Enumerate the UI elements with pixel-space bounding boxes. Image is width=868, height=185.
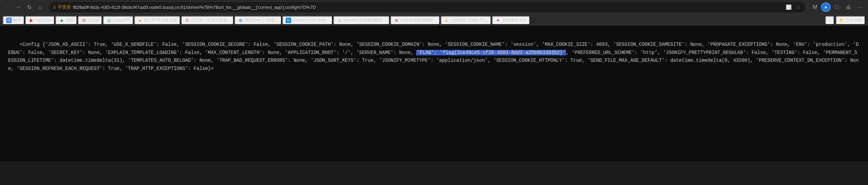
navigation-bar: ← → ↻ ⌂ ⚠ 不安全 f829a0ff-8d3c-43f3-812f-39… xyxy=(0,0,868,14)
gmail-favicon: M xyxy=(81,18,87,23)
jiao-label: [~]#棱角 ::Edge.Fo... xyxy=(451,17,488,23)
bookmark-zhihu[interactable]: 知vmware tools 失效... xyxy=(282,16,333,25)
flag-value: 'FLAG': 'flag{2ce46ce5-cf20-4503-8dd3-a3… xyxy=(416,50,566,55)
refresh-icon: ↻ xyxy=(27,4,32,11)
bookmark-jiao[interactable]: ∠[~]#棱角 ::Edge.Fo... xyxy=(441,16,492,25)
print-button[interactable]: 🖨 xyxy=(843,2,854,13)
extension-m-button[interactable]: M xyxy=(810,2,820,13)
buuctf-favicon: ▸ xyxy=(138,18,143,23)
csdn-favicon: C xyxy=(184,18,190,23)
base64-favicon: ≡ xyxy=(337,18,342,23)
bookmark-base64[interactable]: ≡Base64 在线编码解析... xyxy=(333,16,390,25)
more-options-button[interactable]: ⋯ xyxy=(854,2,865,13)
bookmark-buuctf[interactable]: ▸BUUCTF在线评测 xyxy=(134,16,181,25)
bookmark-maps[interactable]: ◆地图 xyxy=(55,16,77,25)
windows-favicon: ⊞ xyxy=(238,18,243,23)
chatgpt-favicon: ◎ xyxy=(106,18,112,23)
home-button[interactable]: ⌂ xyxy=(35,2,45,12)
xss-label: XSS安全平台 xyxy=(502,17,527,23)
jiao-favicon: ∠ xyxy=(444,18,449,23)
bookmark-md5[interactable]: ⊕md5在线解密破解... xyxy=(390,16,440,25)
bookmarks-more: » 📁 所有书签 xyxy=(825,16,865,25)
xss-favicon: ✦ xyxy=(495,18,501,23)
all-bookmarks-label: 所有书签 xyxy=(846,17,862,23)
all-bookmarks-button[interactable]: 📁 所有书签 xyxy=(836,16,865,25)
bookmark-star-button[interactable]: ☆ xyxy=(794,3,802,11)
md5-label: md5在线解密破解... xyxy=(401,17,436,23)
toolbar-right: M ● □ 🖨 ⋯ xyxy=(810,2,865,13)
zhihu-label: vmware tools 失效... xyxy=(293,17,329,23)
url-text: f829a0ff-8d3c-43f3-812f-39cbcf47aa5f.nod… xyxy=(73,5,782,10)
forward-icon: → xyxy=(16,4,21,10)
folder-icon: 📁 xyxy=(839,18,844,23)
buuctf-label: BUUCTF在线评测 xyxy=(144,17,177,23)
back-button[interactable]: ← xyxy=(3,2,12,12)
windows-label: Windows 11快捷... xyxy=(245,17,278,23)
bookmark-chatgpt[interactable]: ◎ChatGPT xyxy=(103,16,134,25)
chatgpt-label: ChatGPT xyxy=(113,18,130,23)
base64-label: Base64 在线编码解析... xyxy=(343,17,386,23)
config-output: <Config {'JSON_AS_ASCII': True, 'USE_X_S… xyxy=(8,33,860,81)
zhihu-favicon: 知 xyxy=(286,18,291,23)
md5-favicon: ⊕ xyxy=(394,18,399,23)
bookmark-youtube[interactable]: ▶YouTube xyxy=(25,16,55,25)
extension-square-button[interactable]: □ xyxy=(831,2,842,13)
back-icon: ← xyxy=(5,4,10,10)
home-icon: ⌂ xyxy=(38,4,42,10)
youtube-favicon: ▶ xyxy=(29,18,34,23)
refresh-button[interactable]: ↻ xyxy=(24,2,34,12)
gmail-label: Gmail xyxy=(88,18,99,23)
screen-cast-button[interactable]: ⬜ xyxy=(784,3,793,11)
bookmark-translate[interactable]: 译翻译 xyxy=(3,16,24,25)
bookmark-csdn[interactable]: CCSDN - 专业开发者... xyxy=(181,16,234,25)
translate-label: 翻译 xyxy=(13,17,21,23)
maps-label: 地图 xyxy=(66,17,74,23)
profile-avatar[interactable]: ● xyxy=(821,2,831,12)
bookmarks-bar: 译翻译▶YouTube◆地图MGmail◎ChatGPT▸BUUCTF在线评测C… xyxy=(0,14,868,26)
youtube-label: YouTube xyxy=(35,18,51,23)
forward-button[interactable]: → xyxy=(14,2,23,12)
address-bar[interactable]: ⚠ 不安全 f829a0ff-8d3c-43f3-812f-39cbcf47aa… xyxy=(49,2,805,12)
translate-favicon: 译 xyxy=(6,18,12,23)
bookmark-xss[interactable]: ✦XSS安全平台 xyxy=(492,16,530,25)
maps-favicon: ◆ xyxy=(59,18,64,23)
bookmark-windows[interactable]: ⊞Windows 11快捷... xyxy=(234,16,282,25)
content-area: <Config {'JSON_AS_ASCII': True, 'USE_X_S… xyxy=(0,26,868,162)
security-warning-icon: ⚠ 不安全 xyxy=(52,4,71,10)
bookmark-gmail[interactable]: MGmail xyxy=(78,16,102,25)
csdn-label: CSDN - 专业开发者... xyxy=(191,17,230,23)
address-bar-actions: ⬜ ☆ xyxy=(784,3,802,11)
bookmarks-more-button[interactable]: » xyxy=(825,16,834,25)
